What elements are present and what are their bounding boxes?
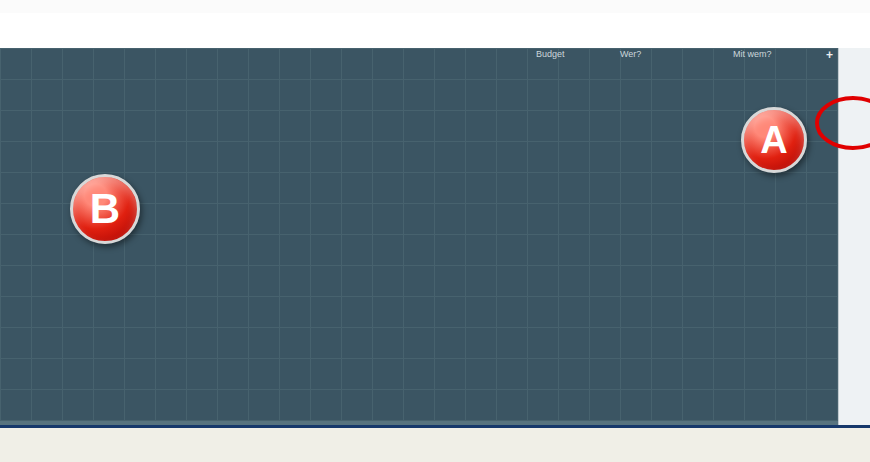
column-header-wer: Wer? bbox=[620, 49, 641, 59]
column-header-mitwem: Mit wem? bbox=[733, 49, 772, 59]
annotation-badge-a: A bbox=[741, 107, 807, 173]
column-header-budget: Budget bbox=[536, 49, 565, 59]
main-toolbar bbox=[0, 13, 870, 48]
right-sidebar bbox=[838, 48, 870, 425]
add-column-button[interactable]: + bbox=[826, 48, 833, 62]
annotation-badge-b: B bbox=[70, 174, 140, 244]
bottom-view-bar bbox=[0, 425, 870, 462]
menu-bar bbox=[0, 0, 870, 14]
application-window: Budget Wer? Mit wem? + A B bbox=[0, 0, 870, 462]
outline-workspace: Budget Wer? Mit wem? + A B bbox=[0, 48, 870, 425]
annotation-circle bbox=[0, 48, 870, 425]
